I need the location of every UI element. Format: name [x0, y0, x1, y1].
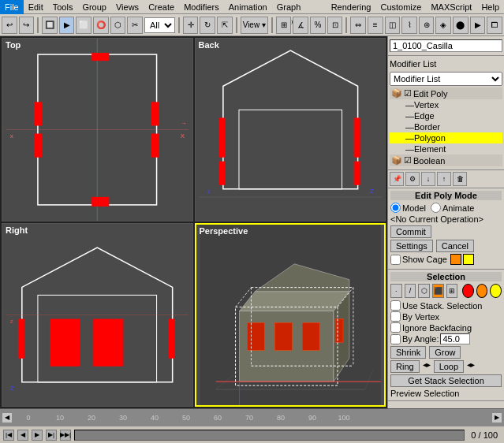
configure-button[interactable]: ⚙ — [405, 172, 420, 186]
snap-spinner-button[interactable]: ⊡ — [327, 17, 343, 34]
sel-vertex-btn[interactable]: · — [390, 284, 402, 298]
viewport-right-canvas: z Z — [2, 224, 192, 406]
delete-mod-button[interactable]: 🗑 — [453, 172, 467, 186]
use-stack-checkbox[interactable] — [390, 300, 401, 311]
selection-title: Selection — [390, 272, 502, 281]
svg-rect-3 — [91, 53, 109, 61]
timeline-bar[interactable] — [74, 430, 465, 441]
modifier-list-dropdown[interactable]: Modifier List — [390, 72, 502, 86]
select-circle-button[interactable]: ⭕ — [93, 17, 109, 34]
angle-value-input[interactable] — [440, 333, 470, 344]
toolbar-sep-1 — [37, 17, 39, 33]
menu-animation[interactable]: Animation — [224, 0, 272, 14]
render-button[interactable]: ▶ — [470, 17, 486, 34]
cage-color-2[interactable] — [463, 254, 474, 265]
timeline-start-btn[interactable]: |◀ — [3, 430, 14, 441]
menu-views[interactable]: Views — [111, 0, 144, 14]
show-cage-checkbox[interactable] — [390, 255, 401, 265]
loop-button[interactable]: Loop — [434, 360, 464, 373]
by-vertex-checkbox[interactable] — [390, 311, 401, 322]
ring-button[interactable]: Ring — [390, 360, 420, 373]
model-radio-label[interactable]: Model — [390, 203, 426, 213]
curve-editor-button[interactable]: ⌇ — [401, 17, 417, 34]
viewport-top[interactable]: Top x X → — [2, 38, 193, 222]
commit-button[interactable]: Commit — [390, 225, 431, 238]
snap-angle-button[interactable]: ∡ — [293, 17, 308, 34]
model-radio[interactable] — [390, 203, 401, 213]
cancel-button[interactable]: Cancel — [436, 240, 474, 252]
move-button[interactable]: ✛ — [183, 17, 199, 34]
render-setup-button[interactable]: ⬤ — [453, 17, 469, 34]
select-btn[interactable]: ▶ — [59, 17, 75, 34]
modifier-edge[interactable]: — Edge — [390, 110, 502, 121]
select-fence-button[interactable]: ⬡ — [110, 17, 126, 34]
no-operation-label: <No Current Operation> — [390, 214, 502, 224]
snap-3d-button[interactable]: ⊞ — [276, 17, 292, 34]
snap-percent-button[interactable]: % — [310, 17, 326, 34]
timeline-end-btn[interactable]: ▶▶| — [60, 430, 71, 441]
ignore-backfacing-checkbox[interactable] — [390, 322, 401, 333]
layer-button[interactable]: ◫ — [385, 17, 401, 34]
sel-element-btn[interactable]: ⊞ — [446, 284, 458, 298]
redo-button[interactable]: ↪ — [19, 17, 35, 34]
viewport-back[interactable]: Back z Z — [195, 38, 386, 222]
menu-group[interactable]: Group — [77, 0, 111, 14]
menu-edit[interactable]: Edit — [24, 0, 48, 14]
shrink-button[interactable]: Shrink — [390, 346, 426, 359]
ref-coord-button[interactable]: View ▾ — [241, 17, 269, 34]
by-vertex-label: By Vertex — [402, 312, 439, 322]
sel-color-orange[interactable] — [476, 284, 488, 298]
sel-polygon-btn[interactable]: ⬛ — [432, 284, 444, 298]
menu-file[interactable]: File — [0, 0, 24, 14]
render-frame-button[interactable]: ⧠ — [487, 17, 502, 34]
select-region-button[interactable]: ⬜ — [76, 17, 91, 34]
animate-radio-label[interactable]: Animate — [431, 203, 474, 213]
menu-modifiers[interactable]: Modifiers — [179, 0, 224, 14]
settings-button[interactable]: Settings — [390, 240, 433, 252]
menu-tools[interactable]: Tools — [48, 0, 78, 14]
sel-edge-btn[interactable]: / — [405, 284, 416, 298]
menu-create[interactable]: Create — [144, 0, 179, 14]
select-obj-button[interactable]: 🔲 — [42, 17, 58, 34]
trackbar-scroll-right[interactable]: ▶ — [491, 412, 502, 423]
trackbar-scroll-left[interactable]: ◀ — [2, 412, 13, 423]
modifier-border[interactable]: — Border — [390, 121, 502, 132]
pin-button[interactable]: 📌 — [390, 172, 404, 186]
scale-button[interactable]: ⇱ — [217, 17, 233, 34]
modifier-vertex[interactable]: — Vertex — [390, 99, 502, 110]
animate-radio[interactable] — [431, 203, 441, 213]
material-editor-button[interactable]: ◈ — [435, 17, 451, 34]
svg-rect-25 — [93, 319, 123, 367]
sel-color-yellow[interactable] — [490, 284, 502, 298]
cage-color-1[interactable] — [450, 254, 461, 265]
modifier-editpoly[interactable]: 📦 ☑ Edit Poly — [390, 87, 502, 99]
timeline-play-btn[interactable]: ▶ — [32, 430, 43, 441]
menu-customize[interactable]: Customize — [375, 0, 426, 14]
modifier-boolean[interactable]: 📦 ☑ Boolean — [390, 154, 502, 166]
menu-rendering[interactable]: Rendering — [327, 0, 376, 14]
menu-maxscript[interactable]: MAXScript — [426, 0, 476, 14]
object-name-field[interactable]: 1_0100_Casilla — [390, 39, 502, 52]
viewport-perspective[interactable]: Perspective — [195, 223, 386, 407]
rotate-button[interactable]: ↻ — [200, 17, 215, 34]
selection-mode-select[interactable]: All — [144, 17, 175, 33]
align-button[interactable]: ≡ — [368, 17, 383, 34]
timeline-next-btn[interactable]: ▶| — [46, 430, 57, 441]
viewport-right[interactable]: Right z Z — [2, 223, 193, 407]
sel-border-btn[interactable]: ⬡ — [418, 284, 430, 298]
modifier-element[interactable]: — Element — [390, 143, 502, 154]
modifier-polygon[interactable]: — Polygon — [390, 132, 502, 143]
menu-graph-editors[interactable]: Graph Editors — [272, 0, 327, 14]
sel-color-red[interactable] — [462, 284, 474, 298]
schematic-button[interactable]: ⊛ — [419, 17, 435, 34]
by-angle-checkbox[interactable] — [390, 334, 401, 344]
load-button[interactable]: ↓ — [421, 172, 435, 186]
select-lasso-button[interactable]: ✂ — [127, 17, 143, 34]
mirror-button[interactable]: ⇔ — [350, 17, 366, 34]
menu-help[interactable]: Help — [476, 0, 504, 14]
save-button[interactable]: ↑ — [437, 172, 451, 186]
grow-button[interactable]: Grow — [429, 346, 461, 359]
undo-button[interactable]: ↩ — [2, 17, 17, 34]
timeline-prev-btn[interactable]: ◀ — [17, 430, 28, 441]
get-stack-button[interactable]: Get Stack Selection — [390, 374, 502, 387]
